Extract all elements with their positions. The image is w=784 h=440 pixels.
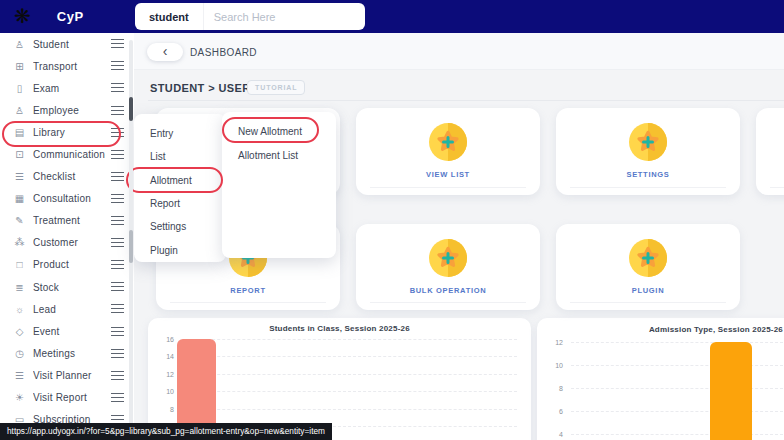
card-divider <box>770 187 784 188</box>
sidebar-item-label: Meetings <box>33 348 111 359</box>
sidebar-item[interactable]: ⁂ Customer <box>0 232 134 254</box>
sidebar-item-label: Checklist <box>33 171 111 182</box>
gridline <box>182 409 517 410</box>
sidebar-item-label: Visit Report <box>33 392 111 403</box>
y-tick-label: 8 <box>545 385 563 392</box>
search-bar[interactable]: student <box>135 3 365 30</box>
hamburger-icon[interactable] <box>111 194 124 204</box>
module-icon: ⁂ <box>12 237 27 248</box>
app-logo-text: CyP <box>57 9 84 24</box>
menu-item[interactable]: New Allotment <box>222 119 336 143</box>
sidebar-item-label: Lead <box>33 304 111 315</box>
gridline <box>571 342 783 343</box>
sidebar-item[interactable]: ▦ Consultation <box>0 188 134 210</box>
hamburger-icon[interactable] <box>111 282 124 292</box>
menu-item[interactable]: Plugin <box>134 238 226 261</box>
hamburger-icon[interactable] <box>111 393 124 403</box>
hamburger-icon[interactable] <box>111 327 124 337</box>
hamburger-icon[interactable] <box>111 304 124 314</box>
sidebar-item-label: Product <box>33 259 111 270</box>
gridline <box>182 391 517 392</box>
back-button[interactable]: ‹ <box>147 43 183 61</box>
y-tick-label: 16 <box>156 336 174 343</box>
sidebar-item-label: Transport <box>33 61 111 72</box>
menu-item[interactable]: List <box>134 145 226 168</box>
tutorial-badge[interactable]: TUTORIAL <box>247 80 305 95</box>
hamburger-icon[interactable] <box>111 238 124 248</box>
sidebar-item-label: Customer <box>33 237 111 248</box>
hamburger-icon[interactable] <box>111 216 124 226</box>
shortcut-card-label: SETTINGS <box>556 170 740 179</box>
hamburger-icon[interactable] <box>111 349 124 359</box>
sidebar-item[interactable]: ✎ Treatment <box>0 210 134 232</box>
shortcut-card[interactable]: PLUGIN <box>556 224 740 310</box>
divider <box>148 100 784 101</box>
chevron-left-icon: ‹ <box>163 44 168 58</box>
app-logo[interactable]: ❋ CyP <box>14 4 84 28</box>
scrollbar-track <box>129 40 133 425</box>
shortcut-card[interactable]: BULK OPERATION <box>356 224 540 310</box>
sidebar-item[interactable]: □ Product <box>0 254 134 276</box>
sidebar-item[interactable]: ⊡ Communication <box>0 143 134 165</box>
scrollbar-thumb[interactable] <box>129 97 133 121</box>
hamburger-icon[interactable] <box>111 260 124 270</box>
sidebar-item[interactable]: ♙ Student <box>0 33 134 55</box>
sidebar-item[interactable]: ☰ Visit Planner <box>0 364 134 386</box>
chart-students-in-class: Students in Class, Session 2025-26 16 14… <box>148 318 531 440</box>
menu-item[interactable]: Allotment <box>134 169 226 192</box>
shortcut-card[interactable] <box>756 108 784 195</box>
y-tick-label: 14 <box>156 353 174 360</box>
scrollbar-thumb-secondary[interactable] <box>129 230 133 263</box>
card-divider <box>570 187 726 188</box>
y-tick-label: 4 <box>545 431 563 438</box>
sidebar-item-label: Exam <box>33 83 111 94</box>
sidebar-item[interactable]: ☀ Visit Report <box>0 387 134 409</box>
page-title: DASHBOARD <box>190 47 257 58</box>
hamburger-icon[interactable] <box>111 128 124 138</box>
module-icon: ▦ <box>12 193 27 204</box>
module-icon: ☰ <box>12 370 27 381</box>
hamburger-icon[interactable] <box>111 371 124 381</box>
sidebar-item-label: Employee <box>33 105 111 116</box>
sidebar-item[interactable]: ▯ Exam <box>0 77 134 99</box>
shortcut-card[interactable]: VIEW LIST <box>356 108 540 195</box>
y-tick-label: 12 <box>156 371 174 378</box>
sidebar-item[interactable]: ◷ Meetings <box>0 342 134 364</box>
sidebar-item[interactable]: ▤ Library <box>0 121 134 143</box>
sidebar-item[interactable]: ☰ Checklist <box>0 166 134 188</box>
hamburger-icon[interactable] <box>111 83 124 93</box>
chart-title: Admission Type, Session 2025-26 <box>649 325 783 334</box>
menu-item[interactable]: Allotment List <box>222 143 336 167</box>
module-icon: ◷ <box>12 348 27 359</box>
search-input[interactable] <box>204 11 365 23</box>
sidebar-item[interactable]: ◇ Event <box>0 320 134 342</box>
sidebar-item-label: Student <box>33 39 111 50</box>
module-icon: ≣ <box>12 282 27 293</box>
hamburger-icon[interactable] <box>111 39 124 49</box>
sidebar-item[interactable]: ☼ Lead <box>0 298 134 320</box>
star-plus-icon <box>628 238 668 278</box>
y-tick-label: 12 <box>545 339 563 346</box>
menu-item[interactable]: Report <box>134 192 226 215</box>
sidebar-item[interactable]: ⊞ Transport <box>0 55 134 77</box>
sidebar-item[interactable]: ≣ Stock <box>0 276 134 298</box>
module-icon: ⊡ <box>12 149 27 160</box>
y-tick-label: 10 <box>156 388 174 395</box>
sidebar-item-label: Treatment <box>33 215 111 226</box>
shortcut-card[interactable]: SETTINGS <box>556 108 740 195</box>
sidebar-item-label: Library <box>33 127 111 138</box>
menu-item[interactable]: Settings <box>134 215 226 238</box>
sidebar-item-label: Communication <box>33 149 111 160</box>
module-icon: ◇ <box>12 326 27 337</box>
search-scope-segment[interactable]: student <box>135 3 204 30</box>
shortcut-card-label: VIEW LIST <box>356 170 540 179</box>
hamburger-icon[interactable] <box>111 106 124 116</box>
hamburger-icon[interactable] <box>111 150 124 160</box>
hamburger-icon[interactable] <box>111 172 124 182</box>
menu-item[interactable]: Entry <box>134 122 226 145</box>
module-icon: ▯ <box>12 83 27 94</box>
hamburger-icon[interactable] <box>111 61 124 71</box>
chart-admission-type: Admission Type, Session 2025-26 12 10 8 … <box>537 318 784 440</box>
sidebar-item[interactable]: ♙ Employee <box>0 99 134 121</box>
sidebar-nav: ♙ Student ⊞ Transport ▯ Exam ♙ Employee … <box>0 33 134 440</box>
